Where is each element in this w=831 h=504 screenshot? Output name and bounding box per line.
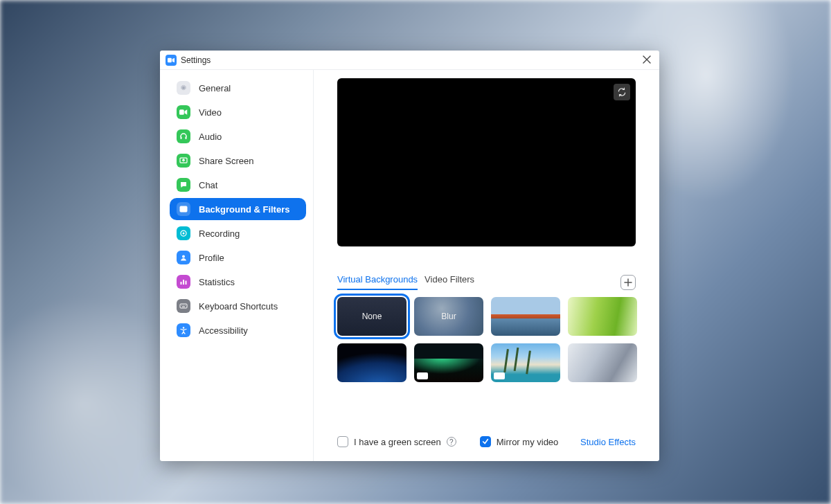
headphones-icon [177, 129, 190, 143]
green-screen-label: I have a green screen [354, 437, 441, 447]
sidebar-item-label: Keyboard Shortcuts [199, 301, 278, 312]
svg-point-7 [183, 208, 185, 210]
mirror-video-label: Mirror my video [497, 437, 559, 447]
svg-point-16 [184, 305, 184, 306]
svg-rect-3 [181, 137, 182, 140]
sidebar-item-label: Profile [199, 253, 224, 263]
sidebar: General Video Audio Share Screen [160, 70, 314, 461]
person-card-icon [177, 202, 190, 216]
background-option-snow[interactable] [568, 343, 637, 382]
video-badge-icon [494, 372, 505, 379]
video-preview [337, 78, 636, 246]
sidebar-item-label: Accessibility [199, 325, 248, 336]
svg-rect-12 [183, 280, 184, 285]
background-option-earth[interactable] [337, 343, 406, 382]
sidebar-item-accessibility[interactable]: Accessibility [170, 319, 306, 341]
gear-icon [177, 81, 190, 95]
zoom-app-icon [166, 55, 177, 66]
svg-point-19 [183, 327, 185, 329]
studio-effects-link[interactable]: Studio Effects [580, 437, 636, 447]
svg-rect-2 [179, 109, 184, 115]
sidebar-item-label: Share Screen [199, 156, 254, 166]
thumb-label: Blur [441, 312, 456, 321]
close-icon[interactable] [640, 55, 654, 66]
sidebar-item-general[interactable]: General [170, 77, 306, 99]
video-camera-icon [177, 105, 190, 119]
record-icon [177, 226, 190, 240]
keyboard-icon [177, 299, 190, 313]
svg-point-9 [183, 233, 185, 235]
window-title: Settings [181, 55, 211, 65]
background-option-beach[interactable] [491, 343, 560, 382]
svg-rect-4 [186, 137, 187, 140]
add-background-button[interactable] [620, 275, 636, 290]
bar-chart-icon [177, 275, 190, 289]
video-badge-icon [417, 372, 428, 379]
background-option-aurora[interactable] [414, 343, 483, 382]
main-panel: Virtual Backgrounds Video Filters None B… [314, 70, 659, 461]
sidebar-item-audio[interactable]: Audio [170, 125, 306, 147]
profile-icon [177, 251, 190, 264]
sidebar-item-background-filters[interactable]: Background & Filters [170, 198, 306, 220]
tab-video-filters[interactable]: Video Filters [425, 274, 474, 290]
sidebar-item-label: Recording [199, 228, 240, 239]
background-option-grass[interactable] [568, 297, 637, 336]
window-body: General Video Audio Share Screen [160, 69, 659, 461]
sidebar-item-label: Video [199, 107, 222, 118]
background-option-blur[interactable]: Blur [414, 297, 483, 336]
sidebar-item-profile[interactable]: Profile [170, 246, 306, 269]
sidebar-item-label: General [199, 83, 231, 93]
thumb-label: None [362, 312, 382, 321]
sidebar-item-label: Audio [199, 132, 222, 142]
svg-point-10 [182, 255, 185, 258]
share-screen-icon [177, 154, 190, 168]
accessibility-icon [177, 323, 190, 337]
footer-row: I have a green screen ? Mirror my video … [337, 436, 636, 447]
svg-rect-11 [181, 282, 182, 285]
background-option-none[interactable]: None [337, 297, 406, 336]
background-grid: None Blur [337, 297, 638, 382]
svg-rect-0 [168, 57, 172, 62]
settings-window: Settings General Video [160, 51, 659, 461]
mirror-video-checkbox[interactable] [480, 436, 491, 447]
sidebar-item-statistics[interactable]: Statistics [170, 271, 306, 293]
chat-bubble-icon [177, 178, 190, 192]
sidebar-item-chat[interactable]: Chat [170, 174, 306, 196]
sidebar-item-recording[interactable]: Recording [170, 222, 306, 244]
sidebar-item-label: Background & Filters [199, 204, 289, 215]
svg-point-15 [181, 305, 182, 306]
background-option-bridge[interactable] [491, 297, 560, 336]
svg-rect-18 [182, 307, 185, 307]
titlebar: Settings [160, 51, 659, 69]
sidebar-item-share-screen[interactable]: Share Screen [170, 150, 306, 172]
rotate-camera-button[interactable] [614, 84, 630, 100]
green-screen-checkbox[interactable] [337, 436, 348, 447]
sidebar-item-label: Chat [199, 180, 217, 190]
sidebar-item-keyboard-shortcuts[interactable]: Keyboard Shortcuts [170, 295, 306, 317]
svg-rect-13 [186, 281, 187, 285]
sidebar-item-label: Statistics [199, 277, 235, 287]
tabs-row: Virtual Backgrounds Video Filters [337, 274, 636, 290]
sidebar-item-video[interactable]: Video [170, 101, 306, 123]
svg-point-17 [185, 305, 186, 306]
tab-virtual-backgrounds[interactable]: Virtual Backgrounds [337, 274, 418, 290]
green-screen-help-icon[interactable]: ? [447, 437, 456, 447]
svg-rect-14 [180, 304, 187, 308]
